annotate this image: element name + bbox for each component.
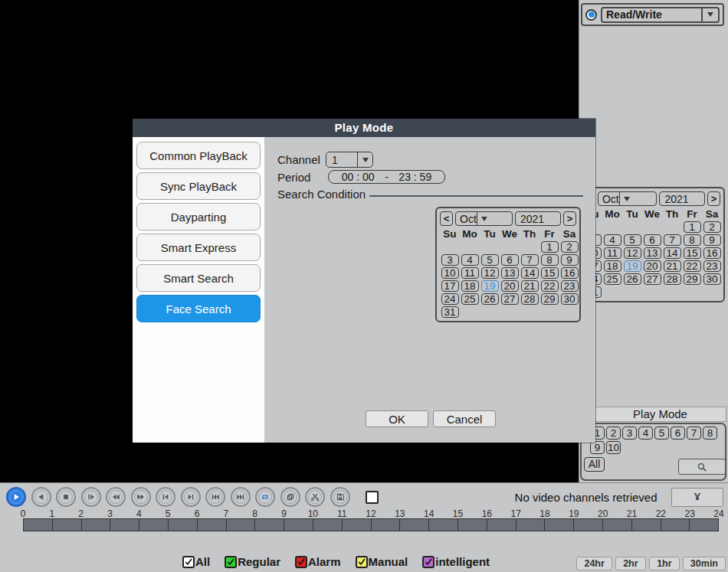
calendar-day[interactable]: 21 xyxy=(664,260,681,272)
calendar-day[interactable]: 13 xyxy=(501,267,519,279)
time-range-button-2hr[interactable]: 2hr xyxy=(615,557,646,570)
calendar-day[interactable]: 2 xyxy=(561,241,579,253)
calendar-day-selected[interactable]: 19 xyxy=(481,280,499,292)
calendar-day[interactable]: 31 xyxy=(441,306,459,318)
next-frame-button[interactable] xyxy=(181,487,201,507)
timeline-segment[interactable] xyxy=(343,519,372,531)
channel-button-5[interactable]: 5 xyxy=(654,427,669,440)
calendar-day[interactable]: 15 xyxy=(541,267,559,279)
frame-by-frame-button[interactable] xyxy=(81,487,101,507)
storage-radio-button[interactable] xyxy=(585,9,597,21)
timeline-segment[interactable] xyxy=(24,519,53,531)
calendar-day[interactable]: 8 xyxy=(684,234,701,246)
calendar-day[interactable]: 20 xyxy=(501,280,519,292)
sidebar-item-sync-playback[interactable]: Sync PlayBack xyxy=(136,172,261,200)
timeline-segment[interactable] xyxy=(487,519,516,531)
timeline-segment[interactable] xyxy=(82,519,111,531)
sidebar-item-dayparting[interactable]: Dayparting xyxy=(136,203,261,230)
timeline-segment[interactable] xyxy=(574,519,603,531)
calendar-day[interactable]: 15 xyxy=(684,247,701,259)
dropdown-arrow-box[interactable] xyxy=(619,192,634,205)
legend-checkbox-all[interactable] xyxy=(182,556,195,568)
timeline-segment[interactable] xyxy=(516,519,546,531)
calendar-day[interactable]: 6 xyxy=(501,254,519,266)
calendar-day[interactable]: 9 xyxy=(561,254,579,266)
timeline-segment[interactable] xyxy=(458,519,487,531)
all-channels-button[interactable]: All xyxy=(584,457,605,472)
calendar-day[interactable]: 25 xyxy=(604,273,621,285)
calendar-day[interactable]: 23 xyxy=(561,280,579,292)
calendar-day[interactable]: 17 xyxy=(441,280,459,292)
sidebar-item-face-search[interactable]: Face Search xyxy=(136,295,261,322)
save-button[interactable] xyxy=(330,487,350,507)
timeline-segment[interactable] xyxy=(372,519,401,531)
channel-dropdown[interactable]: 1 xyxy=(326,152,373,168)
calendar-month-dropdown[interactable]: Oct xyxy=(598,191,657,206)
dropdown-arrow-box[interactable] xyxy=(357,152,372,167)
calendar-day[interactable]: 28 xyxy=(521,293,539,305)
timeline-segment[interactable] xyxy=(255,519,284,531)
sidebar-item-smart-express[interactable]: Smart Express xyxy=(136,234,261,261)
display-checkbox[interactable] xyxy=(366,491,379,504)
timeline-segment[interactable] xyxy=(284,519,313,531)
calendar-year-field[interactable]: 2021 xyxy=(515,211,561,226)
calendar-day[interactable]: 1 xyxy=(684,221,701,233)
calendar-day[interactable]: 2 xyxy=(703,221,721,233)
legend-checkbox-regular[interactable] xyxy=(225,556,237,568)
time-range-button-1hr[interactable]: 1hr xyxy=(649,557,680,570)
calendar-day[interactable]: 16 xyxy=(561,267,579,279)
calendar-day[interactable]: 29 xyxy=(684,273,701,285)
timeline-segment[interactable] xyxy=(313,519,343,531)
channel-button-10[interactable]: 10 xyxy=(606,441,621,454)
calendar-day[interactable]: 27 xyxy=(644,273,661,285)
channel-button-4[interactable]: 4 xyxy=(638,427,653,440)
time-range-button-24hr[interactable]: 24hr xyxy=(576,557,612,570)
calendar-day[interactable]: 22 xyxy=(541,280,559,292)
timeline-segment[interactable] xyxy=(169,519,198,531)
calendar-day[interactable]: 20 xyxy=(644,260,661,272)
period-field[interactable]: 00 : 00 - 23 : 59 xyxy=(328,170,445,184)
calendar-day[interactable]: 8 xyxy=(541,254,559,266)
channel-button-9[interactable]: 9 xyxy=(590,441,605,454)
reverse-play-button[interactable] xyxy=(31,487,51,507)
calendar-day[interactable]: 30 xyxy=(703,273,721,285)
channel-button-8[interactable]: 8 xyxy=(703,427,717,440)
play-button[interactable] xyxy=(6,487,26,507)
legend-checkbox-manual[interactable] xyxy=(356,556,368,568)
timeline-segment[interactable] xyxy=(53,519,82,531)
timeline-segment[interactable] xyxy=(545,519,574,531)
calendar-day[interactable]: 23 xyxy=(703,260,721,272)
calendar-day[interactable]: 4 xyxy=(461,254,479,266)
loop-button[interactable] xyxy=(255,487,275,507)
calendar-day[interactable]: 26 xyxy=(624,273,641,285)
timeline-segment[interactable] xyxy=(429,519,458,531)
calendar-day[interactable]: 14 xyxy=(664,247,681,259)
calendar-day-selected[interactable]: 19 xyxy=(624,260,641,272)
clip-button[interactable] xyxy=(305,487,325,507)
dropdown-arrow-box[interactable] xyxy=(477,212,491,225)
calendar-day[interactable]: 11 xyxy=(604,247,621,259)
channel-button-2[interactable]: 2 xyxy=(606,427,621,440)
previous-frame-button[interactable] xyxy=(156,487,175,507)
calendar-month-dropdown[interactable]: Oct xyxy=(455,211,513,226)
calendar-day[interactable]: 22 xyxy=(684,260,701,272)
calendar-prev-button[interactable]: < xyxy=(440,211,453,226)
storage-mode-dropdown[interactable]: Read/Write xyxy=(601,7,720,23)
calendar-day[interactable]: 7 xyxy=(521,254,539,266)
calendar-day[interactable]: 13 xyxy=(644,247,661,259)
calendar-day[interactable]: 5 xyxy=(624,234,641,246)
timeline-segment[interactable] xyxy=(632,519,661,531)
calendar-day[interactable]: 14 xyxy=(521,267,539,279)
calendar-day[interactable]: 11 xyxy=(461,267,479,279)
refresh-channels-button[interactable] xyxy=(671,488,723,507)
calendar-day[interactable]: 27 xyxy=(501,293,519,305)
legend-checkbox-intelligent[interactable] xyxy=(422,556,435,568)
calendar-day[interactable]: 24 xyxy=(441,293,459,305)
dropdown-arrow-box[interactable] xyxy=(701,8,718,21)
calendar-day[interactable]: 3 xyxy=(441,254,459,266)
calendar-day[interactable]: 7 xyxy=(664,234,681,246)
timeline[interactable] xyxy=(23,518,719,531)
rewind-button[interactable] xyxy=(106,487,126,507)
calendar-day[interactable]: 30 xyxy=(561,293,579,305)
timeline-segment[interactable] xyxy=(603,519,632,531)
